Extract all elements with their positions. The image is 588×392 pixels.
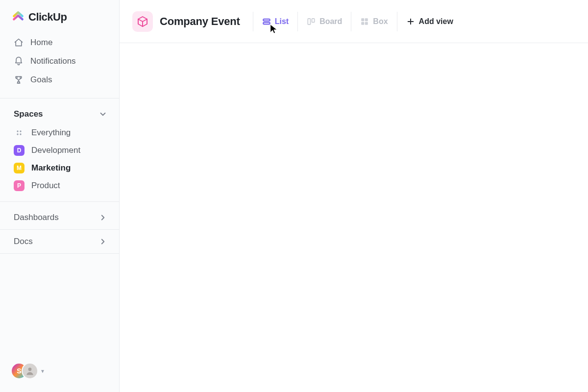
nav-notifications[interactable]: Notifications (0, 52, 119, 71)
view-label: Box (373, 17, 388, 26)
view-tab-box[interactable]: Box (351, 12, 396, 31)
svg-rect-7 (308, 19, 310, 24)
svg-rect-5 (263, 19, 270, 21)
section-docs[interactable]: Docs (0, 230, 119, 253)
page-title: Company Event (160, 15, 240, 28)
space-avatar-icon: M (14, 163, 24, 173)
list-icon (262, 17, 271, 26)
divider (0, 253, 119, 254)
presence-stack[interactable]: S ▼ (11, 363, 45, 379)
bell-icon (14, 56, 24, 66)
package-icon (132, 11, 153, 32)
nav-label: Goals (30, 75, 52, 85)
view-tab-list[interactable]: List (253, 12, 297, 31)
svg-rect-11 (362, 22, 365, 24)
chevron-right-icon (98, 237, 107, 246)
space-marketing[interactable]: M Marketing (0, 159, 119, 177)
grid-dots-icon (14, 127, 24, 138)
caret-down-icon: ▼ (40, 368, 45, 374)
svg-point-0 (17, 130, 18, 132)
space-product[interactable]: P Product (0, 177, 119, 195)
space-label: Development (31, 146, 80, 155)
space-label: Marketing (31, 163, 71, 173)
svg-rect-6 (263, 22, 270, 24)
main-content (120, 43, 588, 392)
svg-point-3 (20, 133, 21, 135)
title-block: Company Event (132, 11, 253, 32)
svg-rect-9 (362, 18, 365, 21)
nav-label: Notifications (30, 56, 76, 66)
svg-rect-12 (365, 22, 368, 24)
svg-point-4 (28, 368, 32, 371)
spaces-list: Everything D Development M Marketing P P… (0, 124, 119, 195)
home-icon (14, 38, 24, 48)
divider (0, 98, 119, 98)
view-label: List (275, 17, 289, 26)
svg-point-2 (17, 133, 18, 135)
space-avatar-icon: D (14, 145, 24, 156)
space-label: Everything (31, 128, 71, 138)
spaces-header-label: Spaces (14, 109, 43, 119)
divider (0, 201, 119, 202)
view-label: Board (319, 17, 342, 26)
spaces-toggle[interactable]: Spaces (0, 102, 119, 124)
space-development[interactable]: D Development (0, 142, 119, 159)
section-label: Docs (14, 237, 33, 246)
sidebar: ClickUp Home Notifications Goals Spaces (0, 0, 120, 392)
trophy-icon (14, 75, 24, 85)
svg-point-1 (20, 130, 21, 132)
chevron-down-icon (98, 110, 107, 119)
add-view-button[interactable]: Add view (397, 12, 462, 31)
box-icon (360, 17, 369, 26)
section-label: Dashboards (14, 213, 59, 222)
space-avatar-icon: P (14, 180, 24, 191)
brand-name: ClickUp (28, 11, 67, 24)
clickup-logo-icon (12, 11, 24, 24)
brand-home[interactable]: ClickUp (0, 0, 119, 32)
chevron-right-icon (98, 213, 107, 222)
nav-label: Home (30, 38, 52, 48)
svg-rect-10 (365, 18, 368, 21)
space-everything[interactable]: Everything (0, 124, 119, 142)
section-dashboards[interactable]: Dashboards (0, 206, 119, 229)
nav-home[interactable]: Home (0, 33, 119, 52)
nav-goals[interactable]: Goals (0, 71, 119, 89)
add-view-label: Add view (419, 17, 453, 26)
primary-nav: Home Notifications Goals (0, 32, 119, 94)
avatar (22, 363, 38, 379)
view-tab-board[interactable]: Board (297, 12, 351, 31)
svg-rect-8 (312, 19, 315, 23)
board-icon (307, 17, 316, 26)
topbar: Company Event List Board Box Add view (120, 0, 588, 43)
plus-icon (406, 17, 415, 26)
space-label: Product (31, 181, 60, 191)
